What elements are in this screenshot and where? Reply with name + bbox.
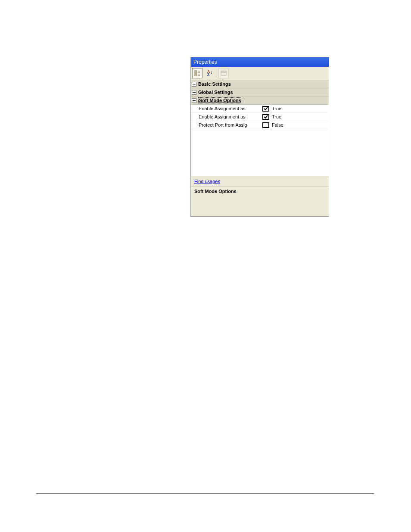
links-section: Find usages	[191, 176, 329, 187]
categorized-button[interactable]	[192, 68, 202, 78]
property-value[interactable]: True	[262, 114, 329, 120]
property-value-text: True	[272, 114, 281, 119]
checkbox[interactable]	[262, 122, 269, 128]
checkbox[interactable]	[262, 106, 269, 112]
collapse-icon[interactable]	[192, 98, 196, 103]
alphabetical-button[interactable]: AZ↓	[203, 68, 214, 78]
property-row[interactable]: Enable Assignment as True	[191, 113, 329, 121]
property-value[interactable]: True	[262, 106, 329, 112]
expand-icon[interactable]	[192, 82, 196, 87]
category-global-settings[interactable]: Global Settings	[191, 88, 329, 96]
category-basic-settings[interactable]: Basic Settings	[191, 80, 329, 88]
toolbar: AZ↓	[191, 67, 329, 80]
property-pages-button[interactable]	[218, 68, 229, 78]
expand-icon[interactable]	[192, 90, 196, 95]
panel-title-text: Properties	[193, 59, 217, 65]
svg-rect-9	[221, 71, 226, 72]
toolbar-separator	[216, 69, 216, 78]
footer-divider	[36, 493, 374, 494]
category-soft-mode-options[interactable]: Soft Mode Options	[191, 96, 329, 105]
property-name: Enable Assignment as	[191, 114, 262, 119]
property-value-text: False	[272, 122, 283, 128]
description-section: Soft Mode Options	[191, 187, 329, 216]
properties-panel: Properties AZ↓	[190, 57, 329, 217]
alphabetical-icon: AZ↓	[207, 70, 210, 76]
property-row[interactable]: Protect Port from Assig False	[191, 121, 329, 129]
category-label: Soft Mode Options	[198, 97, 242, 103]
categorized-icon	[194, 70, 200, 76]
panel-title: Properties	[191, 57, 329, 67]
property-value-text: True	[272, 106, 281, 111]
property-pages-icon	[221, 71, 227, 76]
property-value[interactable]: False	[262, 122, 329, 128]
checkbox[interactable]	[262, 114, 269, 120]
find-usages-link[interactable]: Find usages	[194, 179, 220, 184]
property-row[interactable]: Enable Assignment as True	[191, 105, 329, 113]
description-title: Soft Mode Options	[194, 189, 237, 194]
category-label: Global Settings	[198, 90, 233, 95]
property-name: Protect Port from Assig	[191, 122, 262, 128]
category-label: Basic Settings	[198, 81, 231, 87]
property-grid: Basic Settings Global Settings Soft Mode…	[191, 80, 329, 176]
property-name: Enable Assignment as	[191, 106, 262, 111]
